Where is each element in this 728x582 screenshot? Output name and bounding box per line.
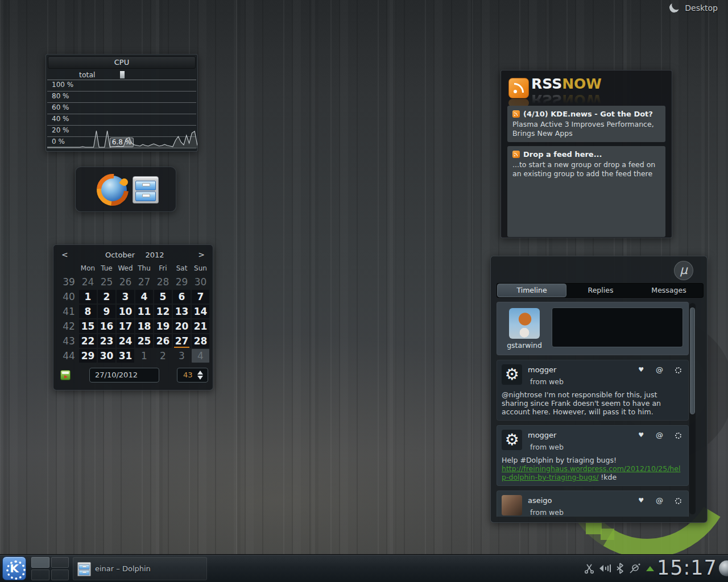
week-spinner[interactable]: 43 (177, 368, 208, 383)
compose-input[interactable] (552, 307, 683, 347)
calendar-day[interactable]: 17 (117, 319, 134, 333)
calendar-day[interactable]: 26 (154, 334, 172, 348)
rssnow-logo-rss: RSS (531, 76, 562, 92)
calendar-day[interactable]: 6 (173, 290, 191, 304)
calendar-day[interactable]: 24 (79, 275, 97, 289)
avatar[interactable] (509, 308, 540, 339)
scrollbar[interactable] (689, 303, 696, 514)
calendar-day[interactable]: 26 (117, 275, 134, 289)
calendar-day[interactable]: 12 (154, 305, 172, 318)
pager-desktop-2[interactable] (51, 557, 69, 568)
post-item[interactable]: ⚙ mogger from web ♥ @ Help #Dolphin by t… (497, 425, 689, 486)
calendar-day[interactable]: 25 (98, 275, 115, 289)
calendar-day[interactable]: 4 (192, 349, 209, 363)
calendar-day[interactable]: 8 (79, 305, 97, 318)
favorite-heart-icon[interactable]: ♥ (638, 497, 644, 505)
calendar-next-button[interactable]: > (198, 250, 205, 259)
cashew-icon[interactable] (669, 2, 680, 14)
favorite-heart-icon[interactable]: ♥ (638, 431, 644, 439)
calendar-day[interactable]: 29 (173, 275, 191, 289)
reply-at-icon[interactable]: @ (656, 431, 663, 439)
calendar-day[interactable]: 31 (117, 349, 134, 363)
calendar-day[interactable]: 16 (98, 319, 115, 333)
post-item[interactable]: ⚙ mogger from web ♥ @ @nightrose I'm not… (497, 360, 689, 421)
digital-clock[interactable]: 15:17 (657, 555, 717, 582)
rss-item[interactable]: (4/10) KDE.news - Got the Dot? Plasma Ac… (507, 106, 665, 142)
calendar-day[interactable]: 7 (192, 290, 209, 304)
avatar[interactable]: ⚙ (502, 364, 522, 385)
calendar-day[interactable]: 30 (192, 275, 209, 289)
calendar-day[interactable]: 2 (98, 290, 115, 304)
reply-at-icon[interactable]: @ (656, 497, 663, 505)
spinner-down-icon[interactable] (197, 376, 203, 380)
expand-arrow-icon[interactable] (646, 566, 654, 571)
calendar-day[interactable]: 13 (173, 305, 191, 318)
calendar-day[interactable]: 21 (192, 319, 209, 333)
jump-to-date-icon[interactable] (60, 370, 71, 380)
calendar-year-label[interactable]: 2012 (145, 251, 164, 259)
device-notifier-icon[interactable] (628, 562, 642, 576)
calendar-day[interactable]: 15 (79, 319, 97, 333)
klipper-scissors-icon[interactable] (584, 563, 595, 574)
file-cabinet-icon[interactable] (133, 176, 159, 203)
calendar-day[interactable]: 2 (154, 349, 172, 363)
calendar-day[interactable]: 9 (98, 305, 115, 318)
calendar-day[interactable]: 19 (154, 319, 172, 333)
tab-messages[interactable]: Messages (635, 284, 703, 297)
cpu-current-value-tooltip: 6.8 % (110, 138, 134, 147)
calendar-day[interactable]: 18 (135, 319, 153, 333)
taskbar-entry-dolphin[interactable]: einar – Dolphin (73, 557, 207, 580)
calendar-day[interactable]: 4 (135, 290, 153, 304)
avatar[interactable]: ⚙ (502, 430, 522, 450)
volume-icon[interactable] (598, 563, 611, 574)
tab-timeline[interactable]: Timeline (497, 284, 566, 297)
compose-card: gstarwind (497, 302, 689, 355)
calendar-day[interactable]: 29 (79, 349, 97, 363)
firefox-icon[interactable] (98, 176, 127, 204)
app-launcher-button[interactable]: K (2, 556, 26, 580)
calendar-day[interactable]: 27 (135, 275, 153, 289)
calendar-day[interactable]: 27 (173, 334, 191, 348)
calendar-month-label[interactable]: October (105, 251, 135, 259)
calendar-prev-button[interactable]: < (61, 250, 68, 259)
bluetooth-icon[interactable] (615, 562, 625, 575)
post-link[interactable]: http://freininghaus.wordpress.com/2012/1… (502, 464, 680, 481)
calendar-day[interactable]: 14 (192, 305, 209, 318)
calendar-day[interactable]: 28 (192, 334, 209, 348)
rss-item-icon (512, 110, 520, 118)
pager-desktop-3[interactable] (31, 569, 49, 580)
calendar-day[interactable]: 25 (135, 334, 153, 348)
repeat-icon[interactable] (675, 498, 681, 504)
repeat-icon[interactable] (675, 433, 681, 439)
calendar-day[interactable]: 28 (154, 275, 172, 289)
reply-at-icon[interactable]: @ (656, 366, 663, 374)
calendar-day[interactable]: 3 (117, 290, 134, 304)
scrollbar-thumb[interactable] (690, 307, 695, 414)
calendar-day[interactable]: 23 (98, 334, 115, 348)
date-input[interactable]: 27/10/2012 (89, 368, 159, 383)
calendar-day[interactable]: 10 (117, 305, 134, 318)
rss-drop-target[interactable]: Drop a feed here... ...to start a new gr… (507, 146, 665, 237)
calendar-day[interactable]: 22 (79, 334, 97, 348)
post-item[interactable]: aseigo from web ♥ @ (497, 490, 689, 517)
calendar-week-number: 44 (59, 348, 78, 363)
repeat-icon[interactable] (675, 367, 681, 373)
desktop-toolbox[interactable]: Desktop (669, 3, 718, 13)
avatar[interactable] (502, 495, 522, 516)
calendar-day[interactable]: 5 (154, 290, 172, 304)
pager-desktop-1[interactable] (31, 557, 49, 568)
rss-feed-icon (508, 78, 529, 98)
calendar-day[interactable]: 30 (98, 349, 115, 363)
spinner-up-icon[interactable] (197, 371, 203, 375)
tab-replies[interactable]: Replies (566, 284, 635, 297)
calendar-day[interactable]: 11 (135, 305, 153, 318)
pager-desktop-4[interactable] (51, 569, 69, 580)
calendar-day[interactable]: 20 (173, 319, 191, 333)
favorite-heart-icon[interactable]: ♥ (638, 366, 644, 374)
calendar-day[interactable]: 24 (117, 334, 134, 348)
calendar-day[interactable]: 3 (173, 349, 191, 363)
calendar-day[interactable]: 1 (79, 290, 97, 304)
virtual-desktop-pager (31, 557, 69, 580)
calendar-day[interactable]: 1 (135, 349, 153, 363)
cpu-legend-swatch-icon (120, 71, 125, 78)
